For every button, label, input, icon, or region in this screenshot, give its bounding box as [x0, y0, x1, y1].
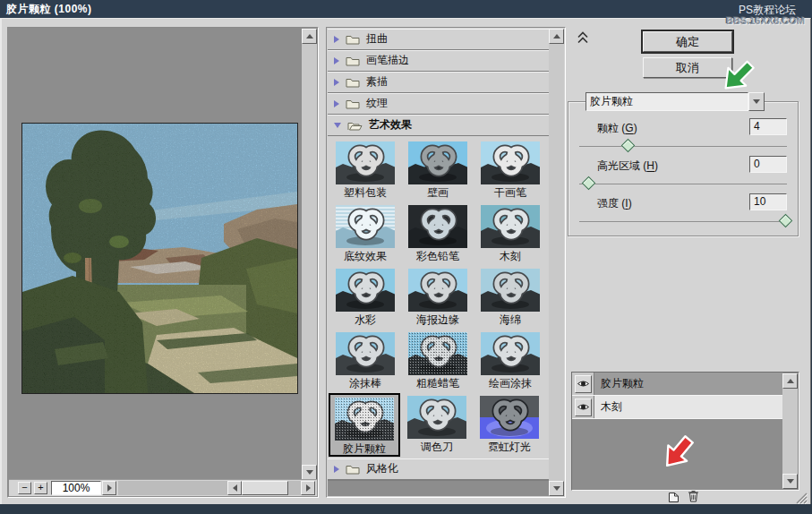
- horizontal-scroll-thumb[interactable]: [242, 481, 288, 495]
- scroll-down-button[interactable]: [549, 481, 564, 496]
- filter-thumbnail-14[interactable]: 霓虹灯光: [474, 394, 545, 456]
- slider-label: 高光区域 (H): [597, 158, 658, 174]
- filter-thumbnail-grid: 塑料包装壁画干画笔底纹效果彩色铅笔木刻水彩海报边缘海绵涂抹棒粗糙蜡笔绘画涂抹胶片…: [328, 136, 549, 458]
- filter-thumbnail-label: 调色刀: [401, 441, 473, 453]
- visibility-cell: [572, 396, 594, 418]
- folder-open-icon: [347, 120, 363, 131]
- slider-value-field[interactable]: 4: [749, 118, 787, 135]
- slider-value-field[interactable]: 10: [749, 193, 787, 210]
- filter-thumbnail-image: [407, 396, 466, 439]
- category-label: 扭曲: [366, 31, 388, 47]
- visibility-toggle[interactable]: [575, 398, 592, 416]
- slider-thumb[interactable]: [620, 139, 635, 153]
- triangle-up-icon: [553, 34, 560, 39]
- slider-track[interactable]: [579, 221, 787, 223]
- filter-thumbnail-image: [336, 141, 395, 184]
- filter-thumbnail-4[interactable]: 彩色铅笔: [402, 203, 474, 265]
- filter-thumbnail-label: 涂抹棒: [329, 377, 401, 390]
- new-effect-layer-icon: [667, 492, 680, 503]
- category-label: 风格化: [366, 461, 398, 476]
- scroll-left-button[interactable]: [227, 481, 242, 495]
- filter-category-top-1[interactable]: 画笔描边: [328, 50, 549, 72]
- zoom-out-button[interactable]: −: [18, 482, 31, 494]
- visibility-toggle[interactable]: [575, 375, 592, 393]
- scroll-up-button[interactable]: [782, 373, 798, 389]
- layers-vertical-scrollbar[interactable]: [782, 373, 798, 489]
- filter-thumbnail-image: [481, 269, 540, 312]
- triangle-down-icon: [753, 99, 760, 104]
- category-label: 艺术效果: [369, 117, 412, 133]
- scroll-right-button[interactable]: [301, 481, 315, 495]
- filter-thumbnail-image: [336, 269, 395, 312]
- slider-label: 强度 (I): [597, 196, 632, 211]
- slider-thumb[interactable]: [779, 214, 793, 228]
- filter-thumbnail-image: [481, 205, 540, 248]
- filter-thumbnail-11[interactable]: 绘画涂抹: [474, 330, 546, 392]
- filter-category-bottom-0[interactable]: 风格化: [328, 458, 549, 480]
- dialog-titlebar[interactable]: 胶片颗粒 (100%) PS教程论坛: [0, 0, 812, 19]
- scroll-up-button[interactable]: [302, 29, 317, 44]
- filter-list-panel: 扭曲画笔描边素描纹理艺术效果塑料包装壁画干画笔底纹效果彩色铅笔木刻水彩海报边缘海…: [326, 27, 566, 498]
- category-label: 素描: [366, 74, 388, 90]
- zoom-level-display[interactable]: 100%: [51, 481, 101, 495]
- category-label: 画笔描边: [366, 53, 409, 68]
- filter-thumbnail-12-selected[interactable]: 胶片颗粒: [329, 393, 400, 457]
- filter-thumbnail-7[interactable]: 海报边缘: [402, 267, 474, 329]
- scroll-up-button[interactable]: [549, 29, 564, 44]
- slider-group-h: 高光区域 (H)0: [568, 152, 797, 190]
- slider-label: 颗粒 (G): [597, 121, 637, 136]
- effect-layer-label: 木刻: [594, 396, 783, 418]
- filter-thumbnail-label: 干画笔: [474, 186, 546, 199]
- filter-thumbnail-10[interactable]: 粗糙蜡笔: [402, 330, 474, 392]
- ok-button[interactable]: 确定: [643, 31, 732, 52]
- filter-thumbnail-9[interactable]: 涂抹棒: [329, 330, 401, 392]
- filter-category-top-2[interactable]: 素描: [328, 72, 549, 93]
- filter-thumbnail-label: 壁画: [402, 186, 474, 199]
- zoom-in-button[interactable]: +: [34, 482, 47, 494]
- filter-thumbnail-1[interactable]: 壁画: [402, 140, 474, 201]
- effect-layer-row-0-selected[interactable]: 胶片颗粒: [572, 373, 783, 396]
- scroll-down-button[interactable]: [302, 465, 317, 480]
- filter-category-top-0[interactable]: 扭曲: [328, 29, 549, 50]
- slider-thumb[interactable]: [581, 176, 595, 191]
- zoom-menu-button[interactable]: [102, 481, 116, 495]
- filter-thumbnail-2[interactable]: 干画笔: [474, 140, 546, 201]
- resize-grip-icon: [793, 493, 808, 504]
- filter-thumbnail-image: [408, 205, 467, 248]
- preview-image: [21, 123, 298, 394]
- grain-overlay: [408, 332, 467, 375]
- slider-group-g: 颗粒 (G)4: [568, 115, 797, 152]
- filter-thumbnail-5[interactable]: 木刻: [474, 203, 546, 265]
- filter-thumbnail-image: [336, 205, 395, 248]
- slider-track[interactable]: [579, 146, 787, 148]
- filter-thumbnail-6[interactable]: 水彩: [329, 267, 401, 329]
- chevron-right-icon: [334, 100, 339, 107]
- filter-thumbnail-13[interactable]: 调色刀: [401, 394, 473, 456]
- effect-layer-row-1[interactable]: 木刻: [572, 396, 783, 419]
- preview-horizontal-scrollbar[interactable]: [118, 481, 315, 495]
- watermark-line2: BBS.16XX8.COM: [726, 15, 805, 26]
- filter-list-empty-area: [328, 480, 549, 496]
- filter-thumbnail-8[interactable]: 海绵: [474, 267, 546, 329]
- filter-thumbnail-image: [481, 332, 540, 375]
- filter-vertical-scrollbar[interactable]: [549, 29, 564, 496]
- preview-panel: − + 100%: [7, 27, 319, 498]
- workspace-background: [0, 504, 812, 514]
- slider-value-field[interactable]: 0: [749, 156, 787, 173]
- preview-canvas[interactable]: [9, 29, 302, 480]
- eye-icon: [577, 379, 590, 389]
- filter-thumbnail-0[interactable]: 塑料包装: [329, 140, 401, 201]
- filter-category-top-3[interactable]: 纹理: [328, 93, 549, 115]
- collapse-panel-button[interactable]: [576, 31, 590, 44]
- scroll-down-button[interactable]: [782, 474, 798, 489]
- triangle-down-icon: [306, 470, 313, 475]
- filter-category-artistic[interactable]: 艺术效果: [328, 115, 549, 136]
- filter-thumbnail-image: [481, 141, 540, 184]
- double-chevron-up-icon: [576, 31, 590, 44]
- filter-thumbnail-3[interactable]: 底纹效果: [329, 203, 401, 265]
- folder-icon: [346, 464, 360, 475]
- triangle-down-icon: [553, 486, 560, 491]
- slider-track[interactable]: [579, 184, 787, 185]
- preview-vertical-scrollbar[interactable]: [302, 29, 317, 480]
- filter-thumbnail-label: 绘画涂抹: [474, 377, 546, 390]
